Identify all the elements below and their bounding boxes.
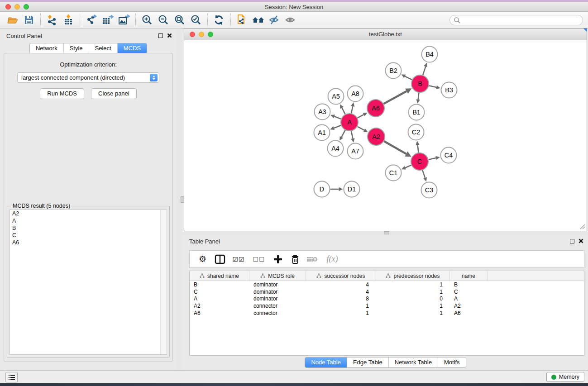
edge-C-C1[interactable]	[402, 165, 411, 170]
node-A6[interactable]: A6	[367, 100, 384, 117]
tab-edge-table[interactable]: Edge Table	[347, 357, 389, 367]
zoom-out-button[interactable]	[155, 13, 172, 27]
cell[interactable]: connector	[249, 310, 306, 316]
search-input[interactable]	[461, 16, 583, 24]
cell[interactable]: 8	[306, 295, 376, 302]
node-C4[interactable]: C4	[441, 148, 457, 163]
edge-C-C4[interactable]	[429, 156, 440, 160]
table-row-b[interactable]: Bdominator41B	[190, 281, 584, 288]
edge-A-A1[interactable]	[330, 125, 341, 130]
edge-A-A2[interactable]	[358, 127, 368, 132]
memory-button[interactable]: Memory	[546, 372, 584, 382]
tab-network[interactable]: Network	[30, 43, 64, 53]
edge-A-A7[interactable]	[351, 131, 354, 143]
mcds-result-list[interactable]: A2ABCA6	[10, 210, 167, 355]
hide-selected-button[interactable]	[267, 13, 283, 27]
node-A2[interactable]: A2	[368, 128, 385, 145]
cell[interactable]: 0	[376, 295, 450, 302]
column-header-successor-nodes[interactable]: successor nodes	[306, 271, 376, 281]
import-table-button[interactable]	[60, 13, 76, 27]
edge-B-B4[interactable]	[423, 63, 427, 75]
cell[interactable]: 4	[306, 289, 376, 295]
function-builder-button[interactable]: f(x)	[322, 253, 343, 266]
cell[interactable]: dominator	[249, 281, 306, 288]
table-row-a6[interactable]: A6connector11A6	[190, 310, 584, 317]
edge-A-A5[interactable]	[340, 104, 345, 114]
horizontal-scroll-thumb[interactable]	[384, 231, 389, 234]
tab-style[interactable]: Style	[64, 43, 89, 53]
open-session-button[interactable]	[5, 13, 21, 27]
node-B2[interactable]: B2	[386, 63, 402, 79]
close-panel-icon[interactable]	[578, 238, 583, 243]
node-C2[interactable]: C2	[408, 124, 424, 140]
node-B4[interactable]: B4	[422, 47, 438, 62]
split-view-button[interactable]	[212, 253, 227, 266]
column-header-mcds-role[interactable]: MCDS role	[249, 271, 306, 281]
edge-A-A6[interactable]	[358, 113, 368, 118]
run-mcds-button[interactable]: Run MCDS	[40, 88, 84, 99]
node-A3[interactable]: A3	[315, 104, 330, 120]
result-item-a2[interactable]: A2	[10, 210, 167, 217]
home-view-button[interactable]	[250, 13, 267, 27]
cell[interactable]: C	[450, 289, 488, 295]
cell[interactable]: 1	[376, 310, 450, 316]
vertical-scroll-thumb[interactable]	[181, 196, 184, 203]
edge-A-A8[interactable]	[351, 102, 354, 113]
close-panel-button[interactable]: Close panel	[91, 88, 137, 99]
cell[interactable]: 1	[376, 289, 450, 295]
edge-A6-B[interactable]	[384, 88, 412, 104]
column-header-name[interactable]: name	[450, 271, 488, 281]
result-item-a6[interactable]: A6	[10, 239, 167, 246]
node-B1[interactable]: B1	[409, 105, 425, 120]
node-D[interactable]: D	[314, 181, 330, 197]
delete-table-button[interactable]	[305, 253, 320, 266]
delete-columns-button[interactable]	[287, 253, 302, 266]
node-A8[interactable]: A8	[348, 86, 363, 102]
close-panel-icon[interactable]	[167, 33, 172, 38]
result-item-c[interactable]: C	[10, 232, 167, 239]
search-field[interactable]	[449, 15, 583, 25]
cell[interactable]: 4	[306, 281, 376, 288]
node-D1[interactable]: D1	[344, 181, 360, 197]
edge-A2-C[interactable]	[384, 141, 411, 157]
tab-node-table[interactable]: Node Table	[305, 357, 347, 367]
select-all-button[interactable]: ☑☑	[229, 253, 248, 266]
cell[interactable]: A6	[450, 310, 488, 316]
cell[interactable]: A2	[450, 303, 488, 309]
node-C[interactable]: C	[411, 153, 428, 170]
table-row-c[interactable]: Cdominator41C	[190, 288, 584, 295]
export-network-button[interactable]	[83, 13, 100, 27]
result-item-b[interactable]: B	[10, 224, 167, 232]
cell[interactable]: dominator	[249, 289, 306, 295]
optimization-criterion-select[interactable]: largest connected component (directed)	[17, 72, 159, 83]
cell[interactable]: B	[190, 281, 249, 288]
node-B3[interactable]: B3	[441, 82, 457, 98]
task-history-button[interactable]	[5, 372, 18, 382]
float-panel-icon[interactable]	[158, 33, 163, 38]
tab-motifs[interactable]: Motifs	[438, 357, 466, 367]
zoom-selected-button[interactable]	[188, 13, 204, 27]
cell[interactable]: 1	[306, 310, 376, 316]
zoom-in-button[interactable]	[139, 13, 155, 27]
cell[interactable]: A	[190, 295, 249, 302]
edge-A-A4[interactable]	[339, 130, 345, 141]
node-A5[interactable]: A5	[328, 89, 344, 105]
edge-B-B2[interactable]	[402, 75, 412, 80]
edge-B-B3[interactable]	[429, 86, 440, 89]
node-B[interactable]: B	[411, 75, 429, 92]
node-A1[interactable]: A1	[314, 125, 330, 141]
table-row-a[interactable]: Adominator80A	[190, 295, 584, 303]
node-A[interactable]: A	[341, 114, 358, 131]
network-window-titlebar[interactable]: testGlobe.txt	[184, 29, 587, 40]
node-C1[interactable]: C1	[386, 165, 402, 181]
node-A4[interactable]: A4	[328, 141, 344, 157]
resize-grip-icon[interactable]	[580, 224, 585, 229]
cell[interactable]: 1	[376, 281, 450, 288]
node-C3[interactable]: C3	[421, 182, 437, 198]
refresh-button[interactable]	[211, 13, 227, 27]
save-session-button[interactable]	[21, 13, 37, 27]
network-canvas[interactable]: B4B2BB3A5A8A6A3B1AA1C2A2A4A7C4CC1C3DD1	[184, 40, 587, 231]
tab-mcds[interactable]: MCDS	[118, 43, 147, 53]
cell[interactable]: C	[190, 289, 249, 295]
import-network-button[interactable]	[44, 13, 60, 27]
